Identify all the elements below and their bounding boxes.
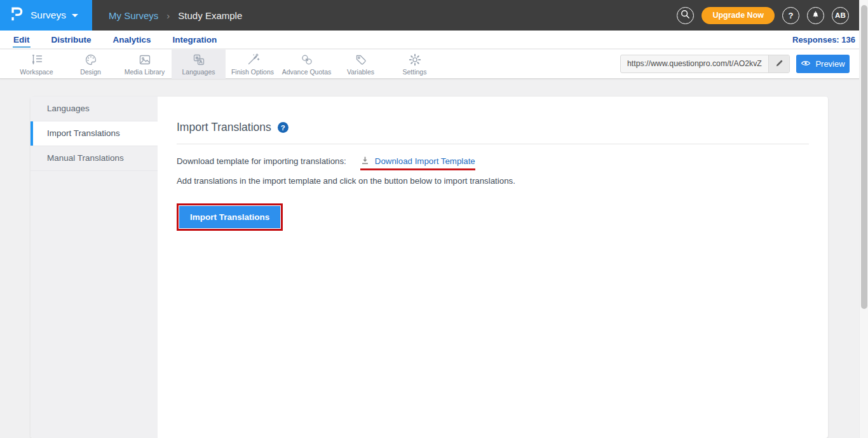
questionpro-logo-icon (10, 5, 25, 25)
breadcrumb-current: Study Example (178, 10, 242, 21)
page-title: Import Translations (177, 121, 271, 134)
chevron-down-icon (72, 14, 78, 17)
preview-label: Preview (815, 59, 844, 69)
toolbar-item-workspace[interactable]: Workspace (10, 50, 64, 79)
upgrade-now-button[interactable]: Upgrade Now (702, 7, 775, 24)
eye-icon (801, 59, 811, 69)
download-icon (360, 155, 370, 167)
download-template-row: Download template for importing translat… (177, 155, 809, 167)
workspace-icon (30, 53, 44, 67)
toolbar-item-variables[interactable]: Variables (334, 50, 388, 79)
translate-icon (192, 53, 206, 67)
search-button[interactable] (677, 7, 694, 24)
tab-edit[interactable]: Edit (13, 32, 31, 48)
search-icon (680, 9, 691, 22)
breadcrumb-separator-icon: › (166, 10, 170, 21)
import-translations-pane: Import Translations ? Download template … (158, 97, 828, 438)
responses-count[interactable]: Responses: 136 (792, 35, 855, 44)
toolbar-item-settings[interactable]: Settings (388, 50, 442, 79)
section-help-icon[interactable]: ? (278, 122, 288, 133)
breadcrumb: My Surveys › Study Example (109, 10, 242, 21)
topbar: Surveys My Surveys › Study Example Upgra… (0, 0, 868, 31)
chain-link-icon (300, 53, 314, 67)
edit-toolbar: Workspace Design Media Library (0, 50, 868, 79)
nav-tabs: Edit Distribute Analytics Integration (13, 31, 217, 49)
tab-integration[interactable]: Integration (172, 32, 218, 48)
title-row: Import Translations ? (177, 121, 809, 134)
edit-url-button[interactable] (768, 55, 789, 72)
tag-icon (354, 53, 368, 67)
sidebar-item-languages[interactable]: Languages (31, 97, 158, 121)
import-translations-button[interactable]: Import Translations (179, 206, 280, 228)
tab-analytics[interactable]: Analytics (112, 32, 152, 48)
toolbar-item-media-library[interactable]: Media Library (118, 50, 172, 79)
breadcrumb-my-surveys[interactable]: My Surveys (109, 10, 158, 21)
preview-button[interactable]: Preview (796, 55, 850, 73)
help-button[interactable]: ? (782, 7, 799, 24)
sidebar-item-import-translations[interactable]: Import Translations (31, 121, 158, 146)
scrollbar-thumb[interactable] (861, 5, 867, 309)
survey-url-field: https://www.questionpro.com/t/AO2kvZ (620, 55, 790, 73)
languages-sidebar: Languages Import Translations Manual Tra… (31, 97, 158, 438)
avatar[interactable]: AB (832, 7, 849, 24)
sidebar-item-manual-translations[interactable]: Manual Translations (31, 146, 158, 171)
download-import-template-link[interactable]: Download Import Template (375, 156, 475, 166)
toolbar-item-advance-quotas[interactable]: Advance Quotas (280, 50, 334, 79)
download-prompt-label: Download template for importing translat… (177, 156, 346, 166)
gear-icon (408, 53, 422, 67)
title-divider (177, 144, 809, 144)
magic-wand-icon (246, 53, 260, 67)
toolbar-item-label: Languages (182, 68, 215, 76)
download-link-annotated: Download Import Template (360, 155, 475, 167)
bell-icon (811, 10, 820, 21)
product-switcher[interactable]: Surveys (0, 0, 92, 31)
survey-url-text[interactable]: https://www.questionpro.com/t/AO2kvZ (621, 55, 768, 72)
palette-icon (84, 53, 98, 67)
page-scrollbar[interactable] (859, 0, 868, 438)
toolbar-item-label: Media Library (125, 68, 165, 76)
toolbar-item-design[interactable]: Design (64, 50, 118, 79)
toolbar-item-languages[interactable]: Languages (172, 50, 226, 79)
toolbar-item-label: Design (80, 68, 101, 76)
toolbar-item-label: Advance Quotas (282, 68, 332, 76)
pencil-icon (775, 58, 783, 70)
image-icon (138, 53, 152, 67)
toolbar-item-label: Variables (347, 68, 374, 76)
notifications-button[interactable] (807, 7, 824, 24)
toolbar-item-label: Workspace (20, 68, 53, 76)
instruction-text: Add translations in the import template … (177, 176, 809, 186)
tab-distribute[interactable]: Distribute (51, 32, 92, 48)
survey-nav: Edit Distribute Analytics Integration Re… (0, 31, 868, 49)
toolbar-item-label: Settings (403, 68, 427, 76)
toolbar-item-finish-options[interactable]: Finish Options (226, 50, 280, 79)
product-label: Surveys (31, 10, 66, 21)
languages-panel: Languages Import Translations Manual Tra… (31, 97, 828, 438)
topbar-actions: Upgrade Now ? AB (677, 6, 849, 24)
toolbar-item-label: Finish Options (231, 68, 274, 76)
import-button-annotation-box: Import Translations (177, 203, 283, 231)
